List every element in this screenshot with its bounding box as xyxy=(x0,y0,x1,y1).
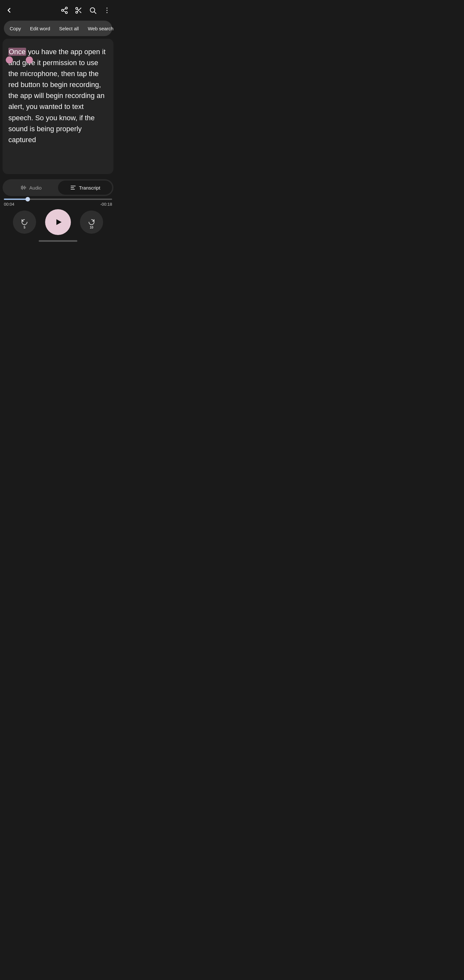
svg-point-13 xyxy=(106,10,108,11)
more-icon xyxy=(103,6,111,14)
copy-menu-item[interactable]: Copy xyxy=(5,22,25,35)
edit-word-menu-item[interactable]: Edit word xyxy=(25,22,55,35)
time-row: 00:04 -00:18 xyxy=(4,202,112,207)
selected-text[interactable]: Once xyxy=(8,48,26,56)
svg-line-8 xyxy=(79,11,81,13)
content-area: Once you have the app open it and give i… xyxy=(3,39,113,174)
svg-point-0 xyxy=(65,7,67,9)
svg-point-14 xyxy=(106,12,108,13)
svg-line-11 xyxy=(94,12,96,14)
transcript-body: you have the app open it and give it per… xyxy=(8,48,106,144)
selection-handle-left[interactable] xyxy=(6,56,13,64)
search-button[interactable] xyxy=(86,4,99,17)
back-icon xyxy=(5,6,13,14)
svg-line-3 xyxy=(64,11,66,12)
current-time: 00:04 xyxy=(4,202,14,207)
more-button[interactable] xyxy=(100,4,113,17)
top-bar-actions xyxy=(58,4,113,17)
transcript-tab-label: Transcript xyxy=(79,185,100,191)
select-all-menu-item[interactable]: Select all xyxy=(55,22,83,35)
home-indicator xyxy=(39,240,77,242)
cut-button[interactable] xyxy=(72,4,85,17)
bottom-tabs: Audio Transcript xyxy=(3,179,113,196)
controls-row: 5 10 xyxy=(0,209,116,235)
rewind-icon xyxy=(20,218,29,227)
progress-thumb[interactable] xyxy=(25,197,30,202)
share-button[interactable] xyxy=(58,4,71,17)
audio-tab-icon xyxy=(20,185,27,191)
forward-button[interactable]: 10 xyxy=(80,210,103,234)
back-button[interactable] xyxy=(3,4,16,17)
share-icon xyxy=(60,6,68,14)
progress-container: 00:04 -00:18 xyxy=(4,199,112,207)
transcript-tab-icon xyxy=(70,185,76,191)
svg-point-5 xyxy=(76,7,78,10)
search-icon xyxy=(89,6,97,14)
rewind-button[interactable]: 5 xyxy=(13,210,36,234)
svg-point-2 xyxy=(65,12,67,14)
svg-point-6 xyxy=(76,11,78,13)
progress-fill xyxy=(4,199,28,200)
progress-track[interactable] xyxy=(4,199,112,200)
svg-line-4 xyxy=(64,9,66,10)
scissors-icon xyxy=(75,6,83,14)
svg-point-12 xyxy=(106,8,108,9)
context-menu: Copy Edit word Select all Web search xyxy=(4,21,112,36)
svg-line-9 xyxy=(77,9,79,10)
svg-point-1 xyxy=(62,10,64,11)
play-icon xyxy=(53,217,63,227)
web-search-menu-item[interactable]: Web search xyxy=(83,22,116,35)
forward-icon xyxy=(87,218,96,227)
svg-marker-23 xyxy=(56,219,62,225)
remaining-time: -00:18 xyxy=(100,202,112,207)
selection-handle-right[interactable] xyxy=(26,56,33,64)
audio-tab[interactable]: Audio xyxy=(4,181,58,195)
play-button[interactable] xyxy=(45,209,71,235)
forward-label: 10 xyxy=(90,226,93,229)
transcript-text[interactable]: Once you have the app open it and give i… xyxy=(8,46,108,145)
top-bar xyxy=(0,0,116,21)
audio-tab-label: Audio xyxy=(29,185,41,191)
transcript-tab[interactable]: Transcript xyxy=(58,181,112,195)
rewind-label: 5 xyxy=(24,226,25,229)
